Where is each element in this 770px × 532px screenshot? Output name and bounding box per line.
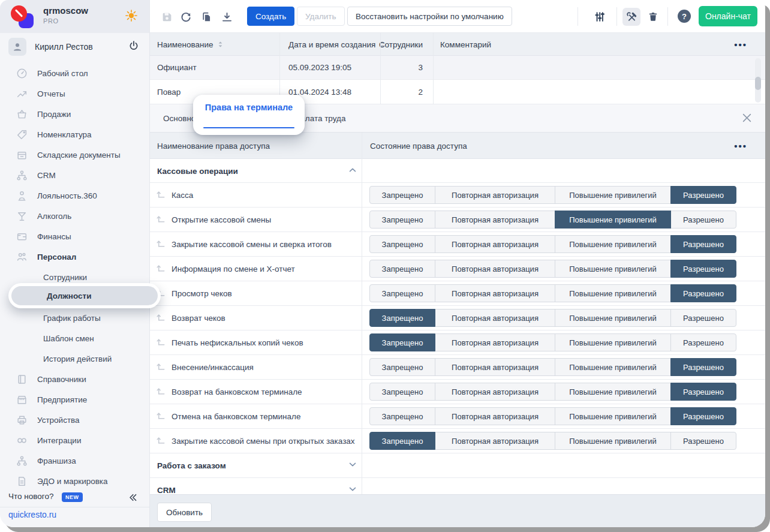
perm-option-selected[interactable]: Разрешено (670, 284, 736, 302)
perm-option-selected[interactable]: Повышение привилегий (555, 211, 671, 229)
sidebar-item-positions[interactable]: Должности (47, 286, 91, 305)
sidebar-item[interactable]: Справочники (0, 369, 149, 389)
chevron-down-icon[interactable] (348, 460, 357, 471)
scrollbar-thumb[interactable] (755, 77, 761, 90)
column-header-name[interactable]: Наименование (157, 33, 223, 56)
perm-option-button[interactable]: Разрешено (670, 333, 736, 351)
column-header-comment[interactable]: Комментарий (440, 33, 491, 56)
positions-pill[interactable]: Должности (11, 286, 158, 305)
perm-option-button[interactable]: Повторная авторизация (435, 186, 555, 204)
perm-option-button[interactable]: Запрещено (369, 186, 435, 204)
help-icon[interactable]: ? (678, 10, 691, 23)
tab-terminal-rights[interactable]: Права на терминале (193, 103, 305, 112)
perm-option-button[interactable]: Повторная авторизация (435, 407, 555, 425)
perm-option-button[interactable]: Повторная авторизация (435, 211, 555, 229)
sidebar-item[interactable]: Интеграции (0, 430, 149, 450)
perm-option-button[interactable]: Повторная авторизация (435, 235, 555, 253)
sidebar-item[interactable]: Финансы (0, 226, 149, 247)
filters-icon[interactable] (592, 9, 607, 25)
perm-more-icon[interactable]: ••• (734, 133, 747, 159)
sidebar-item[interactable]: Предприятие (0, 389, 149, 410)
refresh-icon[interactable] (178, 9, 194, 25)
role-row[interactable]: Официант05.09.2023 19:053 (150, 56, 765, 80)
online-chat-button[interactable]: Онлайн-чат (699, 6, 757, 26)
duplicate-icon[interactable] (198, 9, 214, 25)
perm-option-button[interactable]: Запрещено (369, 407, 435, 425)
sidebar-item[interactable]: Продажи (0, 104, 149, 124)
sort-icon[interactable] (218, 41, 223, 48)
sidebar-item[interactable]: Устройства (0, 410, 149, 430)
perm-option-button[interactable]: Повышение привилегий (555, 309, 671, 327)
theme-sun-icon[interactable] (125, 9, 138, 24)
perm-option-selected[interactable]: Запрещено (369, 432, 435, 450)
perm-option-button[interactable]: Повышение привилегий (555, 186, 671, 204)
perm-option-button[interactable]: Запрещено (369, 260, 435, 278)
sidebar-subitem[interactable]: Шаблон смен (0, 328, 149, 348)
sidebar-item[interactable]: Рабочий стол (0, 63, 149, 83)
perm-option-button[interactable]: Запрещено (369, 383, 435, 401)
trash-icon[interactable] (645, 9, 661, 25)
perm-option-button[interactable]: Повышение привилегий (555, 358, 671, 376)
perm-option-button[interactable]: Запрещено (369, 235, 435, 253)
close-icon[interactable] (742, 113, 752, 125)
perm-option-button[interactable]: Повторная авторизация (435, 383, 555, 401)
create-button[interactable]: Создать (247, 7, 294, 26)
delete-button[interactable]: Удалить (297, 7, 345, 26)
perm-option-button[interactable]: Повторная авторизация (435, 358, 555, 376)
perm-option-selected[interactable]: Разрешено (670, 235, 736, 253)
perm-option-button[interactable]: Повышение привилегий (555, 284, 671, 302)
sidebar-item[interactable]: Алкоголь (0, 206, 149, 226)
terminal-rights-tab-spotlight[interactable]: Права на терминале (193, 95, 305, 135)
current-user-row[interactable]: Кирилл Рестов (0, 33, 149, 61)
chevron-up-icon[interactable] (348, 165, 357, 176)
perm-option-button[interactable]: Повышение привилегий (555, 235, 671, 253)
sidebar-subitem[interactable]: График работы (0, 308, 149, 328)
perm-group-row[interactable]: Кассовые операции (150, 159, 765, 183)
column-header-created[interactable]: Дата и время создания (288, 33, 385, 56)
sidebar-item[interactable]: Складские документы (0, 145, 149, 165)
sidebar-item[interactable]: Франшиза (0, 450, 149, 471)
perm-option-button[interactable]: Разрешено (670, 432, 736, 450)
update-button[interactable]: Обновить (157, 503, 212, 522)
perm-option-button[interactable]: Запрещено (369, 358, 435, 376)
perm-option-button[interactable]: Повышение привилегий (555, 333, 671, 351)
perm-option-button[interactable]: Повторная авторизация (435, 260, 555, 278)
perm-option-button[interactable]: Повторная авторизация (435, 432, 555, 450)
perm-option-selected[interactable]: Разрешено (670, 186, 736, 204)
whats-new-row[interactable]: Что нового? NEW (0, 489, 149, 507)
download-icon[interactable] (219, 9, 234, 25)
sidebar-item[interactable]: Номенклатура (0, 124, 149, 145)
tools-icon[interactable] (622, 8, 640, 26)
sidebar-item[interactable]: ЭДО и маркировка (0, 471, 149, 491)
restore-defaults-button[interactable]: Восстановить настройки по умолчанию (347, 7, 512, 26)
positions-item-spotlight[interactable]: Должности (8, 283, 161, 308)
sidebar-subitem[interactable]: История действий (0, 348, 149, 369)
quickresto-site-link[interactable]: quickresto.ru (8, 510, 56, 519)
perm-group-row[interactable]: Работа с заказом (150, 453, 765, 478)
perm-option-button[interactable]: Повторная авторизация (435, 333, 555, 351)
table-more-icon[interactable]: ••• (734, 33, 747, 56)
perm-option-selected[interactable]: Запрещено (369, 333, 435, 351)
sidebar-item[interactable]: CRM (0, 165, 149, 185)
perm-option-selected[interactable]: Разрешено (670, 407, 736, 425)
perm-option-button[interactable]: Запрещено (369, 284, 435, 302)
perm-option-button[interactable]: Повышение привилегий (555, 260, 671, 278)
perm-option-button[interactable]: Разрешено (670, 309, 736, 327)
perm-option-button[interactable]: Запрещено (369, 211, 435, 229)
perm-option-button[interactable]: Повторная авторизация (435, 309, 555, 327)
perm-option-selected[interactable]: Разрешено (670, 358, 736, 376)
logout-power-icon[interactable] (128, 40, 140, 54)
perm-option-button[interactable]: Разрешено (670, 211, 736, 229)
save-icon[interactable] (159, 9, 175, 25)
perm-option-button[interactable]: Повторная авторизация (435, 284, 555, 302)
column-header-employees[interactable]: Сотрудники (380, 33, 423, 56)
perm-option-selected[interactable]: Запрещено (369, 309, 435, 327)
perm-option-selected[interactable]: Разрешено (670, 383, 736, 401)
perm-option-button[interactable]: Повышение привилегий (555, 383, 671, 401)
sidebar-item[interactable]: Отчеты (0, 83, 149, 104)
perm-option-selected[interactable]: Разрешено (670, 260, 736, 278)
perm-option-button[interactable]: Повышение привилегий (555, 432, 671, 450)
collapse-sidebar-icon[interactable] (127, 492, 139, 505)
perm-option-button[interactable]: Повышение привилегий (555, 407, 671, 425)
sidebar-item[interactable]: Персонал (0, 247, 149, 267)
